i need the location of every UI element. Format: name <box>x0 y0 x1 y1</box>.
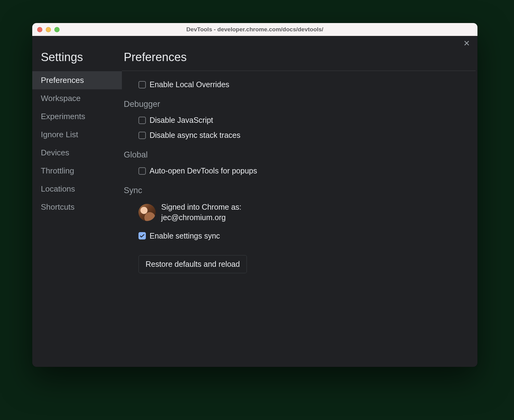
sync-account-text: Signed into Chrome as: jec@chromium.org <box>161 202 241 223</box>
signed-in-label: Signed into Chrome as: <box>161 202 241 212</box>
window-close-dot[interactable] <box>37 27 42 32</box>
titlebar: DevTools - developer.chrome.com/docs/dev… <box>32 23 477 36</box>
close-row: ✕ <box>32 36 477 51</box>
settings-sidebar: Settings Preferences Workspace Experimen… <box>32 51 122 367</box>
sidebar-item-label: Throttling <box>41 166 74 175</box>
checkbox-icon[interactable] <box>138 167 146 175</box>
avatar <box>138 204 156 221</box>
sidebar-item-locations[interactable]: Locations <box>32 180 122 198</box>
window-title: DevTools - developer.chrome.com/docs/dev… <box>32 26 477 33</box>
sidebar-item-label: Workspace <box>41 94 81 103</box>
checkbox-label: Auto-open DevTools for popups <box>150 166 257 175</box>
preferences-scroll[interactable]: Enable Local Overrides Debugger Disable … <box>122 71 476 367</box>
checkbox-icon[interactable] <box>138 232 146 239</box>
checkbox-row-enable-settings-sync[interactable]: Enable settings sync <box>138 231 474 240</box>
signed-in-account: jec@chromium.org <box>161 212 241 223</box>
restore-defaults-button[interactable]: Restore defaults and reload <box>138 255 247 273</box>
sidebar-item-ignore-list[interactable]: Ignore List <box>32 126 122 144</box>
section-title-global: Global <box>124 150 474 160</box>
sidebar-item-label: Locations <box>41 184 75 193</box>
devtools-settings-window: DevTools - developer.chrome.com/docs/dev… <box>32 23 477 367</box>
settings-body: ✕ Settings Preferences Workspace Experim… <box>32 36 477 367</box>
sidebar-item-label: Shortcuts <box>41 202 75 212</box>
sidebar-item-label: Experiments <box>41 112 85 121</box>
sidebar-item-devices[interactable]: Devices <box>32 144 122 162</box>
sidebar-item-label: Ignore List <box>41 130 78 139</box>
sidebar-title: Settings <box>41 51 122 64</box>
window-traffic-lights <box>37 27 60 32</box>
checkbox-icon[interactable] <box>138 81 146 88</box>
sidebar-item-shortcuts[interactable]: Shortcuts <box>32 198 122 216</box>
window-zoom-dot[interactable] <box>54 27 60 32</box>
window-minimize-dot[interactable] <box>46 27 51 32</box>
checkbox-row-enable-local-overrides[interactable]: Enable Local Overrides <box>138 80 474 89</box>
sidebar-item-label: Devices <box>41 148 69 157</box>
close-icon[interactable]: ✕ <box>463 39 470 47</box>
section-title-debugger: Debugger <box>124 99 474 109</box>
checkbox-icon[interactable] <box>138 132 146 139</box>
sync-account-row: Signed into Chrome as: jec@chromium.org <box>138 202 474 223</box>
page-title: Preferences <box>122 51 476 64</box>
sidebar-item-throttling[interactable]: Throttling <box>32 162 122 180</box>
checkbox-label: Enable settings sync <box>150 231 220 240</box>
sidebar-item-preferences[interactable]: Preferences <box>32 71 122 89</box>
sidebar-item-label: Preferences <box>41 76 84 85</box>
checkbox-icon[interactable] <box>138 117 146 124</box>
section-title-sync: Sync <box>124 186 474 195</box>
checkbox-row-auto-open-devtools[interactable]: Auto-open DevTools for popups <box>138 166 474 175</box>
sidebar-item-experiments[interactable]: Experiments <box>32 107 122 126</box>
settings-main: Preferences Enable Local Overrides Debug… <box>122 51 477 367</box>
checkbox-label: Enable Local Overrides <box>150 80 229 89</box>
checkbox-row-disable-async-stack-traces[interactable]: Disable async stack traces <box>138 131 474 140</box>
checkbox-row-disable-javascript[interactable]: Disable JavaScript <box>138 116 474 125</box>
checkbox-label: Disable JavaScript <box>150 116 213 125</box>
checkbox-label: Disable async stack traces <box>150 131 240 140</box>
settings-columns: Settings Preferences Workspace Experimen… <box>32 51 477 367</box>
sidebar-item-workspace[interactable]: Workspace <box>32 89 122 107</box>
